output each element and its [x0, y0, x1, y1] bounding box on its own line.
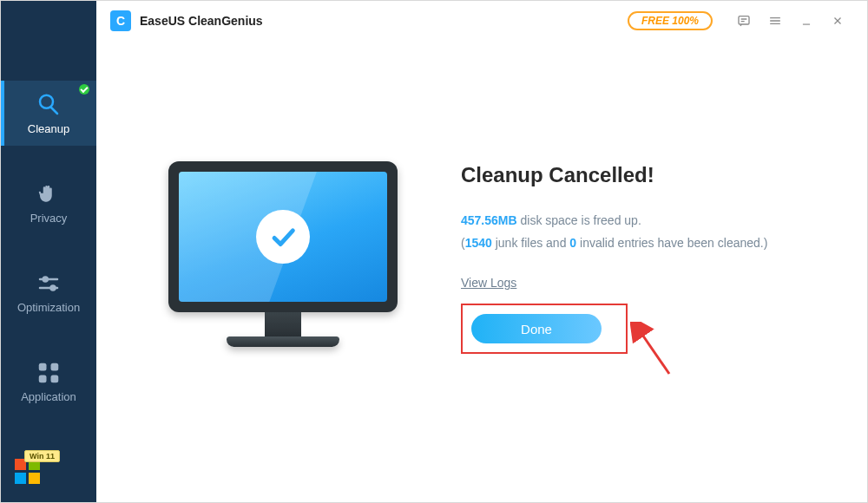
invalid-count-value: 0 — [569, 236, 576, 250]
minimize-button[interactable] — [791, 9, 822, 33]
free-badge[interactable]: FREE 100% — [628, 11, 713, 30]
invalid-suffix-text: invalid entries have been cleaned.) — [576, 236, 767, 250]
sidebar-item-cleanup[interactable]: Cleanup — [1, 81, 96, 146]
sidebar-item-label: Application — [21, 390, 76, 403]
freed-size-value: 457.56MB — [461, 213, 517, 227]
app-title: EaseUS CleanGenius — [140, 14, 263, 28]
svg-point-2 — [43, 278, 48, 282]
app-window: Cleanup Privacy Optimization — [0, 0, 868, 503]
result-panel: Cleanup Cancelled! 457.56MB disk space i… — [435, 154, 832, 354]
svg-rect-6 — [51, 363, 59, 371]
hand-icon — [36, 182, 62, 206]
svg-point-4 — [51, 286, 56, 291]
sidebar-item-label: Cleanup — [28, 122, 69, 135]
svg-rect-8 — [51, 376, 59, 383]
app-logo-letter: C — [116, 14, 125, 28]
main-area: C EaseUS CleanGenius FREE 100% — [96, 1, 867, 502]
sidebar-item-application[interactable]: Application — [1, 349, 96, 414]
sidebar-item-privacy[interactable]: Privacy — [1, 170, 96, 235]
svg-rect-9 — [739, 16, 749, 24]
freed-space-line: 457.56MB disk space is freed up. — [461, 213, 832, 227]
check-badge-icon — [79, 84, 89, 95]
monitor-illustration — [131, 161, 435, 347]
junk-files-line: (1540 junk files and 0 invalid entries h… — [461, 236, 832, 250]
sidebar-item-label: Privacy — [30, 212, 68, 225]
sidebar-item-label: Optimization — [17, 301, 80, 314]
app-logo-icon: C — [110, 10, 131, 31]
freed-text: disk space is freed up. — [517, 213, 641, 227]
done-button[interactable]: Done — [471, 314, 602, 343]
sidebar-windows-button[interactable]: Win 11 — [1, 459, 96, 502]
apps-icon — [36, 361, 62, 385]
close-button[interactable] — [822, 9, 853, 33]
checkmark-icon — [256, 210, 310, 264]
sidebar-item-optimization[interactable]: Optimization — [1, 259, 96, 324]
sliders-icon — [36, 271, 62, 296]
brush-icon — [36, 93, 62, 117]
content: Cleanup Cancelled! 457.56MB disk space i… — [96, 41, 867, 502]
sidebar: Cleanup Privacy Optimization — [1, 1, 96, 502]
titlebar: C EaseUS CleanGenius FREE 100% — [96, 1, 867, 41]
feedback-button[interactable] — [728, 9, 760, 33]
junk-mid-text: junk files and — [492, 236, 570, 250]
windows-icon: Win 11 — [15, 459, 41, 485]
menu-button[interactable] — [760, 9, 791, 33]
done-button-label: Done — [521, 322, 552, 336]
result-title: Cleanup Cancelled! — [461, 163, 832, 187]
svg-rect-5 — [39, 363, 47, 371]
annotation-highlight-box: Done — [461, 304, 628, 354]
svg-rect-7 — [39, 376, 47, 383]
junk-count-value: 1540 — [465, 236, 492, 250]
win-version-badge: Win 11 — [24, 450, 60, 462]
view-logs-link[interactable]: View Logs — [461, 276, 516, 290]
